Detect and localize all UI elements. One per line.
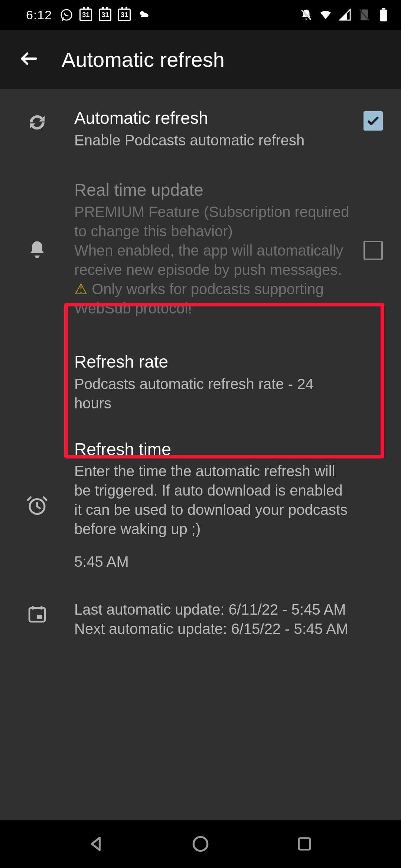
status-bar: 6:12 31 31 31 — [0, 0, 401, 30]
whatsapp-icon — [60, 9, 73, 21]
setting-title: Automatic refresh — [74, 108, 353, 129]
refresh-time-value: 5:45 AM — [74, 553, 353, 570]
real-time-checkbox — [363, 241, 383, 260]
page-title: Automatic refresh — [62, 47, 225, 72]
setting-subtitle: Podcasts automatic refresh rate - 24 hou… — [74, 374, 353, 413]
last-update-text: Last automatic update: 6/11/22 - 5:45 AM — [74, 600, 353, 619]
svg-point-10 — [193, 837, 208, 851]
nav-recent-button[interactable] — [291, 831, 317, 857]
wifi-icon — [319, 9, 332, 21]
no-sim-icon — [358, 9, 371, 21]
svg-rect-9 — [37, 615, 42, 619]
setting-refresh-time[interactable]: Refresh time Enter the time the automati… — [0, 424, 401, 585]
next-update-text: Next automatic update: 6/15/22 - 5:45 AM — [74, 619, 353, 638]
signal-icon — [339, 9, 351, 21]
setting-title: Refresh time — [74, 439, 353, 460]
app-bar: Automatic refresh — [0, 30, 401, 89]
calendar-icon: 31 — [99, 9, 111, 21]
warning-icon: ⚠ — [74, 281, 88, 297]
settings-list: Automatic refresh Enable Podcasts automa… — [0, 89, 401, 820]
calendar-icon: 31 — [118, 9, 131, 21]
system-nav-bar — [0, 820, 401, 868]
bell-icon — [27, 240, 47, 261]
battery-icon — [377, 9, 390, 21]
calendar-icon: 31 — [79, 9, 92, 21]
setting-subtitle: PREMIUM Feature (Subscription required t… — [74, 202, 353, 318]
svg-rect-11 — [299, 838, 310, 850]
calendar-day-icon — [27, 604, 48, 626]
setting-real-time-update: Real time update PREMIUM Feature (Subscr… — [0, 161, 401, 337]
weather-icon — [137, 9, 150, 21]
setting-schedule-info: Last automatic update: 6/11/22 - 5:45 AM… — [0, 585, 401, 650]
back-button[interactable] — [19, 48, 39, 70]
status-time: 6:12 — [26, 8, 52, 22]
setting-title: Real time update — [74, 180, 353, 201]
setting-subtitle: Enable Podcasts automatic refresh — [74, 131, 353, 150]
auto-refresh-checkbox[interactable] — [363, 111, 383, 131]
refresh-icon — [26, 111, 48, 135]
setting-subtitle: Enter the time the automatic refresh wil… — [74, 461, 353, 539]
setting-refresh-rate[interactable]: Refresh rate Podcasts automatic refresh … — [0, 336, 401, 424]
setting-automatic-refresh[interactable]: Automatic refresh Enable Podcasts automa… — [0, 96, 401, 161]
svg-rect-5 — [380, 10, 387, 22]
svg-rect-8 — [29, 608, 45, 622]
nav-back-button[interactable] — [84, 831, 110, 857]
setting-title: Refresh rate — [74, 351, 353, 373]
dnd-icon — [300, 9, 313, 21]
nav-home-button[interactable] — [188, 831, 213, 857]
alarm-clock-icon — [26, 494, 48, 518]
svg-rect-6 — [382, 8, 385, 10]
